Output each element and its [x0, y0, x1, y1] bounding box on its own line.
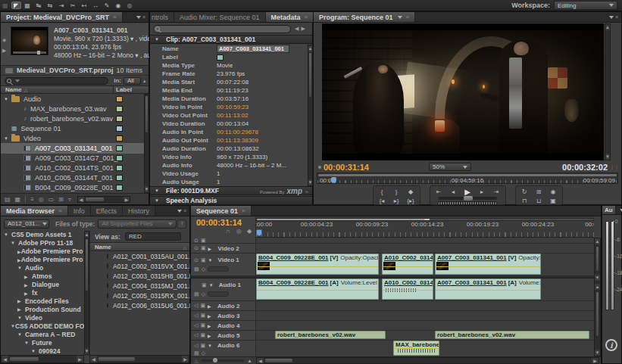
tree-item[interactable]: ▶Adobe Premiere Pro Pr — [1, 256, 84, 264]
zoom-slider[interactable] — [202, 359, 244, 362]
timeline-clip-b004-audio[interactable]: B004_C009_09228E_001[A]Volume:Level — [256, 278, 379, 300]
tree-hscrollbar[interactable]: ◀ ▶ — [1, 355, 84, 363]
tab-sequence[interactable]: Sequence 01× — [191, 206, 252, 216]
metadata-vscrollbar[interactable]: ▲ ▼ — [308, 45, 313, 186]
disclosure-icon[interactable]: ▼ — [4, 97, 11, 101]
toggle-track-output-icon[interactable]: ◁ — [194, 322, 198, 328]
timeline-clip-robert-2[interactable]: robert_barebones_v02.wav — [435, 331, 589, 339]
track-video1[interactable]: ⊙ ▣ ▼ Video 1 ▤ ◇ B004_C009_09228E_001[V… — [191, 254, 594, 276]
workspace-dropdown[interactable]: Editing — [554, 1, 617, 10]
volume-rubber-band[interactable] — [257, 290, 378, 291]
tree-item[interactable]: ▶Atmos — [1, 272, 84, 281]
disclosure-icon[interactable]: ▶ — [24, 282, 32, 288]
tree-item[interactable]: ▼Adobe PPro 11-18 — [1, 239, 84, 247]
directory-dropdown[interactable]: A012_031... — [4, 219, 49, 229]
mark-in-button[interactable]: { — [377, 188, 387, 195]
collapse-track-icon[interactable]: ▼ — [208, 258, 216, 263]
close-icon[interactable]: × — [58, 207, 62, 214]
name-field[interactable]: A007_C003_031341_001 — [217, 45, 289, 53]
clip-effect[interactable]: Opacity:Opacity — [518, 254, 541, 261]
toggle-track-output-icon[interactable]: ◁ — [194, 332, 198, 338]
track-audio4[interactable]: ◁▣▶Audio 4 — [191, 321, 594, 331]
scroll-down-button[interactable]: ▼ — [595, 350, 600, 356]
tab-menu-icon[interactable] — [398, 16, 402, 19]
disclosure-icon[interactable]: ▶ — [24, 291, 32, 296]
tree-item[interactable]: ▼CS5 Demo Assets 1 — [1, 231, 84, 239]
step-forward-button[interactable]: ▸ — [477, 188, 487, 195]
set-display-style-icon[interactable]: ▤ — [194, 350, 199, 356]
tab-metadata[interactable]: Metadata× — [266, 12, 314, 22]
video-out-point[interactable]: 00:11:13:02 — [217, 112, 248, 119]
poster-frame-icon[interactable]: ◈ — [2, 37, 6, 43]
track-audio1[interactable]: ▣ ▼ Audio 1 ▤ ◇ B004_C009_09228E_001[A]V… — [191, 278, 594, 301]
close-icon[interactable]: × — [305, 14, 308, 20]
show-keyframes-icon[interactable]: ◇ — [202, 350, 205, 356]
timeline-current-timecode[interactable]: 00:00:31:14 — [196, 218, 242, 227]
tab-audio-meters[interactable]: Au — [602, 206, 616, 214]
scroll-down-button[interactable]: ▼ — [145, 186, 148, 192]
play-in-to-out-button[interactable]: {▸} — [406, 197, 416, 204]
track-video2[interactable]: ⊙ ▣ ▶ Video 2 — [191, 244, 594, 254]
track-audio2[interactable]: ◁▣▶Audio 2 — [191, 301, 594, 311]
label-chip[interactable] — [116, 145, 123, 151]
clip-row-a007-selected[interactable]: A007_C003_031341_001 — [1, 143, 144, 153]
label-chip[interactable] — [116, 165, 123, 171]
collapse-track-icon[interactable]: ▶ — [208, 313, 215, 319]
zoom-in-icon[interactable]: ▲ — [247, 358, 252, 363]
toggle-track-output-icon[interactable]: ⊙ — [194, 245, 198, 251]
clip-row-max-barebones[interactable]: ♪MAX_barebones_03.wav — [1, 104, 144, 114]
close-icon[interactable]: × — [113, 14, 117, 20]
timeline-clip-a010-audio[interactable]: A010_C002_0314TS_00 — [382, 278, 433, 300]
timeline-clip-a007-video[interactable]: A007_C003_031341_001[V]Opacity:Opacity — [435, 254, 541, 275]
audio-in-point[interactable]: 00:11:00:29678 — [217, 129, 258, 135]
program-video-viewport[interactable] — [322, 23, 604, 160]
disclosure-icon[interactable]: ▶ — [17, 298, 25, 303]
add-marker-button[interactable]: ◆ — [406, 188, 416, 195]
up-directory-button[interactable]: ↑ — [177, 219, 186, 229]
scroll-down-button[interactable]: ▼ — [85, 348, 89, 354]
pen-tool-button[interactable]: ✎ — [102, 2, 112, 9]
loop-button[interactable]: ↻ — [520, 188, 530, 195]
video-in-point[interactable]: 00:10:59:23 — [217, 104, 248, 110]
disclosure-icon[interactable]: ▼ — [17, 332, 25, 337]
track-lock-icon[interactable]: ▣ — [200, 303, 205, 309]
mark-out-button[interactable]: } — [392, 188, 402, 195]
new-item-button[interactable]: ⊞ — [58, 196, 64, 203]
track-video3-partial[interactable]: ⊙▣ — [191, 238, 594, 244]
scroll-right-button[interactable]: ▶ — [123, 197, 130, 202]
sequence-row[interactable]: ▦Sequence 01 — [1, 123, 144, 133]
keyframe-nav[interactable] — [208, 266, 229, 272]
timeline-clip-a010-video[interactable]: A010_C002_0314TS_00 — [382, 254, 433, 275]
tab-history[interactable]: History — [123, 206, 155, 216]
clip-effect[interactable]: Volume:Level — [519, 279, 541, 286]
collapse-track-icon[interactable]: ▶ — [208, 333, 215, 338]
disclosure-icon[interactable]: ▼ — [17, 316, 25, 320]
disclosure-icon[interactable]: ▼ — [155, 188, 162, 193]
scroll-right-button[interactable]: ▶ — [77, 356, 83, 362]
metadata-file-section[interactable]: ▼ File: 0001D9.MXF Powered By xmp ™ — [150, 186, 312, 195]
tree-item[interactable]: ▼Video — [1, 313, 84, 322]
volume-rubber-band[interactable] — [394, 348, 439, 349]
program-time-ruler[interactable]: 00:00 00:04:59:16 00:09:59:09 — [317, 173, 618, 184]
disclosure-icon[interactable]: ▶ — [24, 274, 32, 279]
tree-item[interactable]: ▶fx — [1, 289, 84, 297]
clip-effect[interactable]: Opacity:Opacity — [340, 254, 379, 261]
r3d-file-row[interactable]: A012_C001_0315AU_001.R3D — [90, 251, 189, 261]
scroll-right-button[interactable]: ▶ — [592, 358, 599, 363]
zoom-tool-button[interactable]: ◎ — [125, 2, 135, 9]
toggle-track-output-icon[interactable]: ◁ — [194, 303, 198, 309]
project-hscrollbar[interactable]: ◀ ▶ — [77, 196, 130, 203]
play-preview-icon[interactable]: ▶ — [2, 48, 6, 54]
timeline-playhead[interactable] — [256, 229, 262, 236]
new-bin-button[interactable]: ▭ — [48, 196, 55, 203]
next-result-icon[interactable]: ▶ — [301, 26, 305, 32]
audio6-lane[interactable]: MAX_barebones_0 — [256, 341, 594, 356]
timeline-zoom-control[interactable]: △ ▲ — [191, 358, 256, 363]
scroll-up-button[interactable]: ▲ — [141, 77, 148, 85]
list-view-button[interactable]: ▤ — [5, 196, 11, 203]
disclosure-icon[interactable]: ▼ — [4, 232, 11, 237]
program-current-timecode[interactable]: 00:00:31:14 — [324, 163, 369, 172]
disclosure-icon[interactable]: ▼ — [155, 37, 162, 42]
tab-media-browser[interactable]: Media Browser× — [1, 206, 68, 216]
clip-row-a010-c002[interactable]: A010_C002_0314TS_001 — [1, 163, 144, 173]
